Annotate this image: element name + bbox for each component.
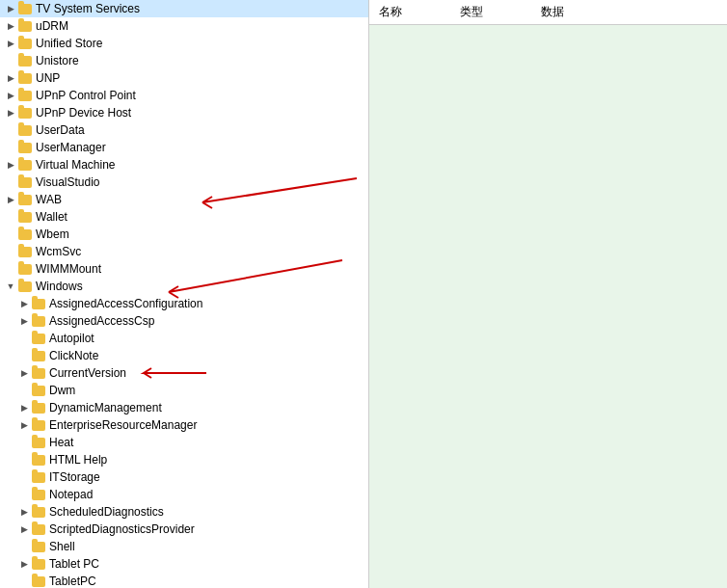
expand-icon-wcmsvc[interactable] xyxy=(4,245,17,258)
folder-icon-userdata xyxy=(17,122,33,138)
expand-icon-heat[interactable] xyxy=(17,436,31,449)
item-label-unified-store: Unified Store xyxy=(36,37,102,50)
col-name: 名称 xyxy=(379,4,402,20)
expand-icon-autopilot[interactable] xyxy=(17,332,31,345)
tree-item-autopilot[interactable]: Autopilot xyxy=(0,330,368,347)
expand-icon-upnp-device-host[interactable]: ▶ xyxy=(4,106,17,120)
tree-item-enterprise-resource-manager[interactable]: ▶EnterpriseResourceManager xyxy=(0,416,368,434)
tree-item-visualstudio[interactable]: VisualStudio xyxy=(0,174,368,191)
tree-item-wbem[interactable]: Wbem xyxy=(0,226,368,243)
item-label-scheduled-diagnostics: ScheduledDiagnostics xyxy=(49,505,164,519)
tree-item-udrm[interactable]: ▶uDRM xyxy=(0,17,368,35)
expand-icon-tv-system-services[interactable]: ▶ xyxy=(4,2,17,15)
folder-icon-clicknote xyxy=(31,348,46,363)
tree-item-wcmsvc[interactable]: WcmSvc xyxy=(0,243,368,260)
expand-icon-currentversion[interactable]: ▶ xyxy=(17,366,31,380)
expand-icon-usermanager[interactable] xyxy=(4,141,17,154)
expand-icon-upnp-control-point[interactable]: ▶ xyxy=(4,89,17,102)
red-arrow-indicator xyxy=(134,363,211,383)
tree-item-notepad[interactable]: Notepad xyxy=(0,486,368,503)
tree-item-shell[interactable]: Shell xyxy=(0,538,368,555)
folder-icon-wallet xyxy=(17,209,33,225)
item-label-usermanager: UserManager xyxy=(36,141,106,154)
expand-icon-wimmount[interactable] xyxy=(4,262,17,276)
folder-icon-tv-system-services xyxy=(17,1,33,16)
value-content xyxy=(369,25,727,588)
expand-icon-visualstudio[interactable] xyxy=(4,175,17,189)
tree-item-usermanager[interactable]: UserManager xyxy=(0,139,368,156)
tree-item-wallet[interactable]: Wallet xyxy=(0,208,368,226)
expand-icon-assigned-access-config[interactable]: ▶ xyxy=(17,297,31,310)
item-label-currentversion: CurrentVersion xyxy=(49,366,126,380)
tree-item-dynamic-management[interactable]: ▶DynamicManagement xyxy=(0,399,368,416)
tree-item-scheduled-diagnostics[interactable]: ▶ScheduledDiagnostics xyxy=(0,503,368,521)
item-label-assigned-access-csp: AssignedAccessCsp xyxy=(49,314,154,328)
tree-item-assigned-access-csp[interactable]: ▶AssignedAccessCsp xyxy=(0,312,368,330)
expand-icon-itstorage[interactable] xyxy=(17,470,31,484)
expand-icon-clicknote[interactable] xyxy=(17,349,31,362)
folder-icon-windows xyxy=(17,279,33,294)
expand-icon-enterprise-resource-manager[interactable]: ▶ xyxy=(17,418,31,432)
item-label-html-help: HTML Help xyxy=(49,453,107,467)
expand-icon-scripted-diagnostics-provider[interactable]: ▶ xyxy=(17,522,31,536)
item-label-tv-system-services: TV System Services xyxy=(36,2,140,15)
folder-icon-autopilot xyxy=(31,331,46,346)
expand-icon-userdata[interactable] xyxy=(4,123,17,137)
tree-item-unified-store[interactable]: ▶Unified Store xyxy=(0,35,368,52)
tree-item-unp[interactable]: ▶UNP xyxy=(0,69,368,87)
folder-icon-tablet-pc xyxy=(31,556,46,572)
expand-icon-html-help[interactable] xyxy=(17,453,31,467)
item-label-autopilot: Autopilot xyxy=(49,332,94,345)
expand-icon-unified-store[interactable]: ▶ xyxy=(4,37,17,50)
expand-icon-notepad[interactable] xyxy=(17,488,31,501)
tree-item-wab[interactable]: ▶WAB xyxy=(0,191,368,208)
folder-icon-wbem xyxy=(17,227,33,242)
tree-item-wimmount[interactable]: WIMMMount xyxy=(0,260,368,278)
tree-item-scripted-diagnostics-provider[interactable]: ▶ScriptedDiagnosticsProvider xyxy=(0,521,368,538)
tree-item-html-help[interactable]: HTML Help xyxy=(0,451,368,468)
expand-icon-udrm[interactable]: ▶ xyxy=(4,19,17,33)
folder-icon-tabletpc xyxy=(31,574,46,588)
expand-icon-tabletpc[interactable] xyxy=(17,575,31,588)
tree-item-itstorage[interactable]: ITStorage xyxy=(0,468,368,486)
registry-tree-panel[interactable]: ▶TV System Services▶uDRM▶Unified StoreUn… xyxy=(0,0,369,588)
item-label-assigned-access-config: AssignedAccessConfiguration xyxy=(49,297,202,310)
tree-item-virtual-machine[interactable]: ▶Virtual Machine xyxy=(0,156,368,174)
item-label-wallet: Wallet xyxy=(36,210,67,224)
tree-item-tv-system-services[interactable]: ▶TV System Services xyxy=(0,0,368,17)
expand-icon-wab[interactable]: ▶ xyxy=(4,193,17,206)
folder-icon-enterprise-resource-manager xyxy=(31,417,46,433)
tree-item-tablet-pc[interactable]: ▶Tablet PC xyxy=(0,555,368,573)
tree-item-unistore[interactable]: Unistore xyxy=(0,52,368,69)
folder-icon-unistore xyxy=(17,53,33,68)
tree-item-upnp-control-point[interactable]: ▶UPnP Control Point xyxy=(0,87,368,104)
item-label-userdata: UserData xyxy=(36,123,85,137)
item-label-wab: WAB xyxy=(36,193,62,206)
expand-icon-unp[interactable]: ▶ xyxy=(4,71,17,85)
folder-icon-unified-store xyxy=(17,36,33,51)
tree-item-dwm[interactable]: Dwm xyxy=(0,382,368,399)
expand-icon-virtual-machine[interactable]: ▶ xyxy=(4,158,17,172)
item-label-upnp-device-host: UPnP Device Host xyxy=(36,106,131,120)
expand-icon-shell[interactable] xyxy=(17,540,31,553)
tree-item-heat[interactable]: Heat xyxy=(0,434,368,451)
item-label-dynamic-management: DynamicManagement xyxy=(49,401,162,414)
folder-icon-upnp-control-point xyxy=(17,88,33,103)
expand-icon-scheduled-diagnostics[interactable]: ▶ xyxy=(17,505,31,519)
expand-icon-wallet[interactable] xyxy=(4,210,17,224)
tree-item-upnp-device-host[interactable]: ▶UPnP Device Host xyxy=(0,104,368,121)
tree-item-clicknote[interactable]: ClickNote xyxy=(0,347,368,364)
tree-item-tabletpc[interactable]: TabletPC xyxy=(0,573,368,588)
tree-item-windows[interactable]: ▼Windows xyxy=(0,278,368,295)
expand-icon-dynamic-management[interactable]: ▶ xyxy=(17,401,31,414)
expand-icon-wbem[interactable] xyxy=(4,227,17,241)
tree-item-userdata[interactable]: UserData xyxy=(0,121,368,139)
expand-icon-windows[interactable]: ▼ xyxy=(4,280,17,293)
expand-icon-dwm[interactable] xyxy=(17,384,31,397)
expand-icon-tablet-pc[interactable]: ▶ xyxy=(17,557,31,571)
tree-item-assigned-access-config[interactable]: ▶AssignedAccessConfiguration xyxy=(0,295,368,312)
expand-icon-unistore[interactable] xyxy=(4,54,17,67)
folder-icon-upnp-device-host xyxy=(17,105,33,120)
tree-item-currentversion[interactable]: ▶CurrentVersion xyxy=(0,364,368,382)
expand-icon-assigned-access-csp[interactable]: ▶ xyxy=(17,314,31,328)
